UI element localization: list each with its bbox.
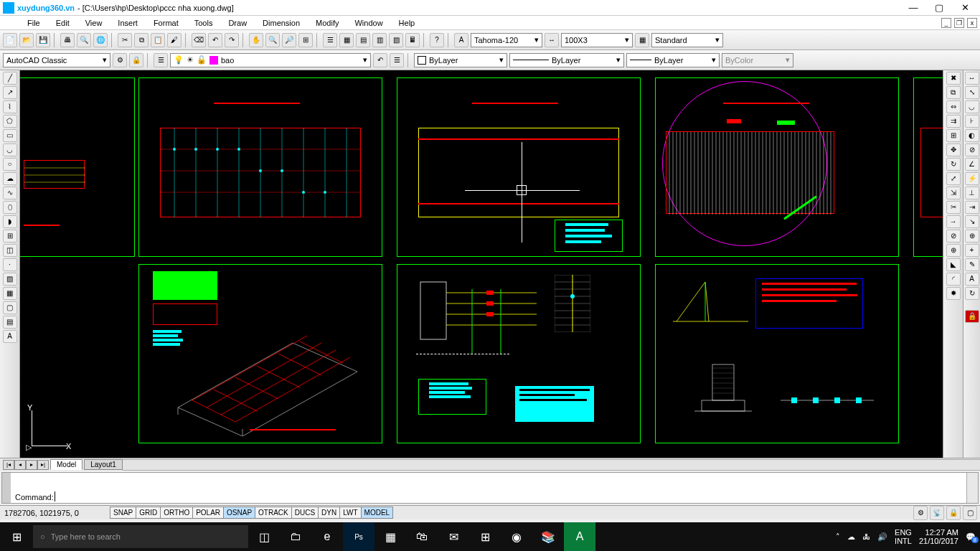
properties-icon[interactable]: ☰ [323,33,337,47]
text-style-dropdown[interactable]: Standard▾ [651,33,723,47]
osnap-toggle[interactable]: OSNAP [223,507,255,519]
dim-leader-icon[interactable]: ↘ [965,215,979,228]
dim-baseline-icon[interactable]: ⊥ [965,187,979,199]
explorer-icon[interactable]: 🗀 [280,522,311,551]
dim-linear-icon[interactable]: ↔ [965,72,979,85]
ellipse-icon[interactable]: ⬯ [3,201,17,214]
mtext-icon[interactable]: A [3,330,17,343]
lock-ui-icon[interactable]: 🔒 [965,310,979,323]
task-view-icon[interactable]: ◫ [248,522,280,551]
menu-modify[interactable]: Modify [308,17,346,29]
textstyle-icon[interactable]: A [454,33,468,47]
edge-icon[interactable]: e [311,522,343,551]
save-icon[interactable]: 💾 [36,33,50,47]
tolerance-icon[interactable]: ⊕ [965,230,979,242]
region-icon[interactable]: ▢ [3,301,17,314]
polar-toggle[interactable]: POLAR [192,507,224,519]
layer-previous-icon[interactable]: ↶ [373,53,387,67]
plotstyle-dropdown[interactable]: ByColor▾ [722,53,793,67]
status-lock-icon[interactable]: 🔒 [946,506,961,520]
tray-notifications-icon[interactable]: 💬8 [966,532,976,542]
circle-icon[interactable]: ○ [3,158,17,171]
trim-icon[interactable]: ✂ [946,201,961,214]
match-icon[interactable]: 🖌 [167,33,182,47]
taskbar-search[interactable]: ○ Type here to search [33,525,248,548]
menu-insert[interactable]: Insert [110,17,145,29]
layer-state-icon[interactable]: ☰ [390,53,404,67]
redo-icon[interactable]: ↷ [225,33,239,47]
center-mark-icon[interactable]: + [965,244,979,257]
gradient-icon[interactable]: ▦ [3,287,17,300]
tab-first-button[interactable]: |◂ [3,460,14,470]
color-dropdown[interactable]: ByLayer▾ [414,53,507,67]
break-icon[interactable]: ⊘ [946,230,961,242]
ellipsearc-icon[interactable]: ◗ [3,215,17,228]
mail-icon[interactable]: ✉ [438,522,469,551]
menu-edit[interactable]: Edit [49,17,77,29]
dim-edit-icon[interactable]: ✎ [965,258,979,271]
linetype-dropdown[interactable]: ByLayer▾ [509,53,624,67]
offset-icon[interactable]: ⇉ [946,115,961,128]
eraser-icon[interactable]: ⌫ [192,33,206,47]
tab-layout1[interactable]: Layout1 [84,459,123,470]
zoom-realtime-icon[interactable]: 🔍 [265,33,280,47]
extend-icon[interactable]: → [946,215,961,228]
dim-ordinate-icon[interactable]: ⊦ [965,115,979,128]
status-tray-icon[interactable]: ⚙ [913,506,928,520]
app-icon-2[interactable]: ⊞ [469,522,501,551]
coordinates-display[interactable]: 1782706, 1021975, 0 [3,509,110,517]
menu-draw[interactable]: Draw [221,17,254,29]
tool-palette-icon[interactable]: ▤ [356,33,370,47]
menu-dimension[interactable]: Dimension [255,17,307,29]
copy-icon[interactable]: ⧉ [134,33,149,47]
spline-icon[interactable]: ∿ [3,187,17,199]
preview-icon[interactable]: 🔍 [77,33,91,47]
mdi-restore-button[interactable]: ❐ [954,18,964,28]
point-icon[interactable]: · [3,258,17,271]
dim-aligned-icon[interactable]: ⤡ [965,86,979,99]
maximize-button[interactable]: ▢ [933,1,946,14]
join-icon[interactable]: ⊕ [946,244,961,257]
chrome-icon[interactable]: ◉ [501,522,532,551]
workspace-lock-icon[interactable]: 🔒 [129,53,143,67]
print-icon[interactable]: 🖶 [60,33,75,47]
tray-clock[interactable]: 12:27 AM21/10/2017 [919,528,958,545]
menu-file[interactable]: File [20,17,47,29]
markup-icon[interactable]: ▧ [389,33,403,47]
quickcalc-icon[interactable]: 🖩 [405,33,420,47]
zoom-window-icon[interactable]: ⊞ [298,33,313,47]
command-scrollbar[interactable] [966,473,978,503]
minimize-button[interactable]: — [907,1,920,14]
xline-icon[interactable]: ↗ [3,86,17,99]
move-icon[interactable]: ✥ [946,143,961,156]
tray-onedrive-icon[interactable]: ☁ [847,532,855,542]
scale-icon[interactable]: ⤢ [946,172,961,185]
zoom-previous-icon[interactable]: 🔎 [282,33,296,47]
tray-network-icon[interactable]: 🖧 [862,532,870,541]
command-grip[interactable] [2,473,11,503]
tablestyle-icon[interactable]: ▦ [635,33,649,47]
font-style-dropdown[interactable]: Tahoma-120▾ [471,33,542,47]
mdi-minimize-button[interactable]: _ [941,18,951,28]
dim-continue-icon[interactable]: ⇥ [965,201,979,214]
undo-icon[interactable]: ↶ [208,33,222,47]
horizontal-scrollbar[interactable] [123,459,980,471]
drawing-canvas[interactable]: Y X ▷ [20,70,943,458]
dim-arc-icon[interactable]: ◡ [965,100,979,113]
tab-last-button[interactable]: ▸| [37,460,49,470]
tray-language[interactable]: ENGINTL [895,528,912,545]
cut-icon[interactable]: ✂ [118,33,132,47]
copy-obj-icon[interactable]: ⧉ [946,86,961,99]
workspace-dropdown[interactable]: AutoCAD Classic▾ [3,53,110,67]
dim-quick-icon[interactable]: ⚡ [965,172,979,185]
open-icon[interactable]: 📂 [19,33,34,47]
dyn-toggle[interactable]: DYN [318,507,340,519]
hatch-icon[interactable]: ▨ [3,273,17,286]
ortho-toggle[interactable]: ORTHO [160,507,193,519]
menu-help[interactable]: Help [392,17,423,29]
autocad-task-icon[interactable]: A [564,522,595,551]
app-icon-1[interactable]: ▦ [374,522,406,551]
layer-dropdown[interactable]: 💡 ☀ 🔓 bao ▾ [170,53,371,67]
menu-view[interactable]: View [78,17,110,29]
otrack-toggle[interactable]: OTRACK [255,507,292,519]
